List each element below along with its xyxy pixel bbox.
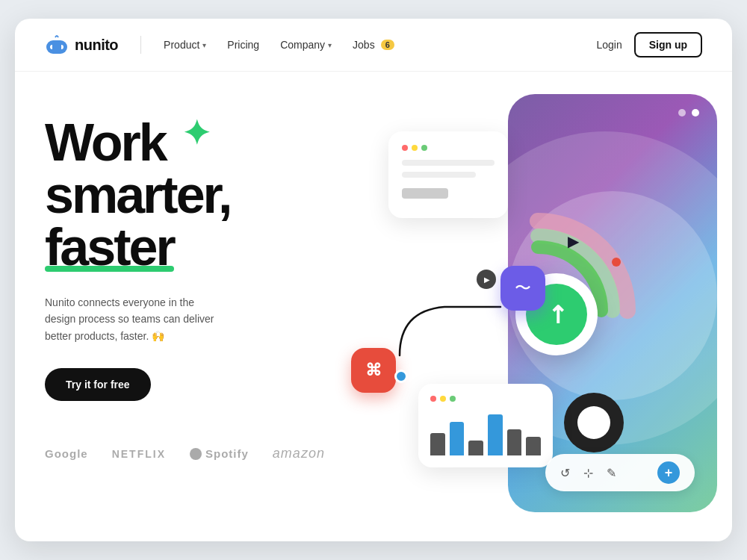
brand-google: Google	[45, 447, 88, 460]
dark-ring-inner	[577, 406, 610, 439]
phone-status-dots	[678, 109, 699, 116]
bar-item	[430, 433, 445, 455]
product-chevron-icon: ▾	[202, 41, 206, 49]
card-bottom	[418, 384, 553, 467]
command-icon: ⌘	[365, 361, 382, 380]
nav-pricing[interactable]: Pricing	[227, 39, 259, 51]
arrow-northeast-icon: ↗	[539, 297, 574, 332]
cta-button[interactable]: Try it for free	[45, 368, 151, 401]
waveform-icon: 〜	[515, 277, 531, 299]
spotify-icon	[190, 448, 202, 460]
command-button[interactable]: ⌘	[351, 348, 396, 393]
hero-section: Work ✦ smarter, faster Nunito connects e…	[15, 72, 732, 535]
jobs-badge: 6	[381, 40, 394, 50]
play-icon: ▶	[484, 276, 490, 284]
card-top	[388, 131, 508, 218]
dot-yellow	[412, 145, 418, 151]
signup-button[interactable]: Sign up	[634, 32, 702, 57]
share-icon[interactable]: ⊹	[583, 466, 593, 480]
nav-right: Login Sign up	[596, 32, 702, 57]
hero-visual: ↗ ▶	[329, 102, 702, 505]
company-chevron-icon: ▾	[328, 41, 332, 49]
bar-item	[450, 422, 465, 455]
brand-netflix: NETFLIX	[112, 448, 166, 460]
chart-dot-green	[450, 396, 456, 402]
chart-traffic-lights	[430, 396, 541, 402]
chart-dot-yellow	[440, 396, 446, 402]
bar-chart	[430, 411, 541, 455]
brand-logos: Google NETFLIX Spotify amazon	[45, 446, 329, 461]
nav-links: Product ▾ Pricing Company ▾ Jobs 6	[164, 39, 596, 51]
sparkle-icon: ✦	[182, 116, 208, 150]
edit-icon[interactable]: ✎	[607, 466, 616, 480]
bar-item	[468, 441, 483, 455]
navbar: nunito Product ▾ Pricing Company ▾ Jobs …	[15, 19, 732, 72]
hero-left: Work ✦ smarter, faster Nunito connects e…	[45, 102, 329, 505]
bar-item	[507, 429, 522, 455]
play-button[interactable]: ▶	[477, 270, 496, 289]
wave-button[interactable]: 〜	[500, 266, 545, 311]
card-traffic-lights	[402, 145, 495, 151]
brand-amazon: amazon	[273, 446, 325, 461]
svg-point-4	[612, 258, 621, 267]
bar-item	[526, 437, 541, 455]
add-button[interactable]: +	[657, 461, 680, 484]
dark-ring	[564, 393, 624, 452]
hero-description: Nunito connects everyone in the design p…	[45, 294, 224, 344]
card-line-2	[402, 172, 476, 178]
page-wrapper: nunito Product ▾ Pricing Company ▾ Jobs …	[15, 19, 732, 541]
brand-spotify: Spotify	[190, 447, 249, 460]
phone-dot-2	[692, 109, 699, 116]
card-line-3	[402, 188, 448, 199]
nav-product[interactable]: Product ▾	[164, 39, 206, 51]
phone-dot-1	[678, 109, 686, 116]
logo-text: nunito	[75, 37, 118, 54]
bar-item	[488, 414, 503, 455]
phone-toolbar: ↺ ⊹ ✎ +	[545, 454, 695, 491]
hero-title: Work ✦ smarter, faster	[45, 116, 329, 273]
dot-green	[421, 145, 427, 151]
hero-underline: faster	[45, 221, 174, 273]
chart-dot-red	[430, 396, 436, 402]
cursor-icon: ▶	[568, 232, 579, 250]
nav-company[interactable]: Company ▾	[280, 39, 332, 51]
logo-area[interactable]: nunito	[45, 34, 118, 55]
svg-rect-3	[52, 45, 61, 49]
connector-dot	[394, 370, 408, 383]
nav-divider	[140, 36, 141, 54]
refresh-icon[interactable]: ↺	[560, 466, 570, 480]
nav-jobs[interactable]: Jobs 6	[353, 39, 394, 51]
login-button[interactable]: Login	[596, 39, 622, 51]
logo-icon	[45, 34, 69, 55]
card-line-1	[402, 160, 495, 166]
dot-red	[402, 145, 408, 151]
